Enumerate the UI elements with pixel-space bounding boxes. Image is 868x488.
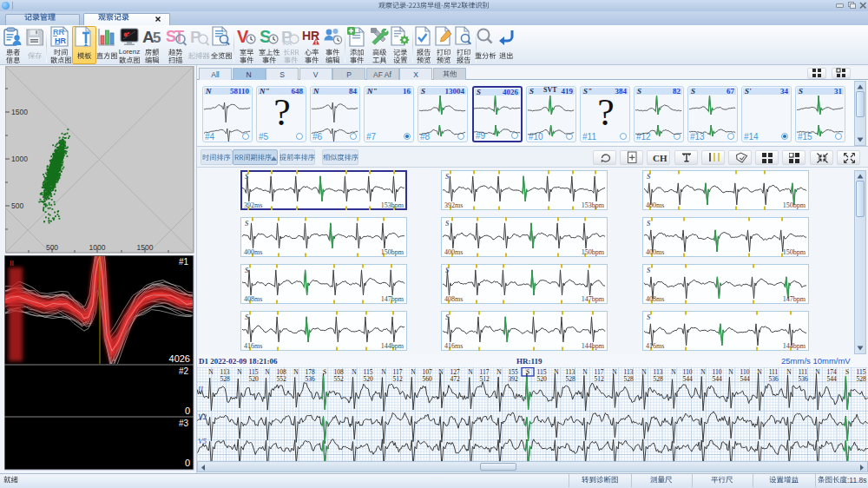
svg-text:N: N bbox=[786, 368, 792, 376]
svg-text:153bpm: 153bpm bbox=[381, 201, 404, 209]
svg-text:512: 512 bbox=[392, 375, 403, 383]
svg-text:N: N bbox=[438, 368, 444, 376]
svg-text:1000: 1000 bbox=[11, 155, 28, 163]
svg-text:147bpm: 147bpm bbox=[783, 295, 806, 303]
svg-text:S: S bbox=[845, 368, 849, 376]
svg-text:N: N bbox=[265, 368, 270, 376]
svg-text:408ms: 408ms bbox=[646, 295, 664, 303]
svg-text:416ms: 416ms bbox=[444, 342, 463, 350]
svg-text:392ms: 392ms bbox=[444, 201, 463, 209]
svg-text:150bpm: 150bpm bbox=[582, 248, 605, 256]
svg-text:144bpm: 144bpm bbox=[381, 342, 404, 350]
svg-text:536: 536 bbox=[798, 375, 808, 383]
svg-text:400ms: 400ms bbox=[646, 248, 664, 256]
svg-text:N: N bbox=[468, 368, 473, 376]
svg-text:N: N bbox=[641, 368, 647, 376]
svg-text:4026: 4026 bbox=[169, 353, 190, 364]
svg-text:N: N bbox=[381, 368, 386, 376]
svg-text:V2: V2 bbox=[198, 412, 207, 421]
svg-text:N: N bbox=[554, 368, 559, 376]
svg-text:400ms: 400ms bbox=[444, 248, 463, 256]
svg-text:1500: 1500 bbox=[11, 108, 28, 116]
svg-text:560: 560 bbox=[422, 375, 432, 383]
svg-text:S: S bbox=[445, 220, 450, 228]
svg-text:S: S bbox=[445, 313, 450, 321]
svg-text:144bpm: 144bpm bbox=[582, 342, 605, 350]
svg-text:V5: V5 bbox=[198, 437, 207, 445]
svg-text:544: 544 bbox=[826, 375, 837, 383]
svg-text:536: 536 bbox=[305, 375, 315, 383]
svg-text:S: S bbox=[323, 368, 326, 376]
svg-text:512: 512 bbox=[594, 375, 604, 383]
svg-text:N: N bbox=[728, 368, 733, 376]
svg-text:N: N bbox=[671, 368, 676, 376]
svg-text:0: 0 bbox=[185, 458, 190, 468]
svg-text:N: N bbox=[612, 368, 617, 376]
svg-text:528: 528 bbox=[623, 375, 634, 383]
svg-text:544: 544 bbox=[740, 375, 750, 383]
svg-text:RR: RR bbox=[53, 28, 64, 36]
svg-text:#2: #2 bbox=[179, 366, 189, 376]
svg-text:S: S bbox=[647, 313, 651, 321]
svg-text:400ms: 400ms bbox=[646, 201, 664, 209]
svg-text:N: N bbox=[700, 368, 706, 376]
svg-text:N: N bbox=[208, 368, 214, 376]
svg-text:500: 500 bbox=[11, 201, 23, 210]
svg-text:1000: 1000 bbox=[89, 243, 106, 252]
svg-text:S: S bbox=[245, 313, 249, 321]
svg-text:528: 528 bbox=[565, 375, 575, 383]
svg-text:150bpm: 150bpm bbox=[381, 248, 404, 256]
svg-text:153bpm: 153bpm bbox=[582, 201, 605, 209]
svg-text:N: N bbox=[815, 368, 820, 376]
svg-text:520: 520 bbox=[248, 375, 259, 383]
svg-text:512: 512 bbox=[479, 375, 490, 383]
svg-text:150bpm: 150bpm bbox=[783, 248, 806, 256]
svg-text:520: 520 bbox=[536, 375, 547, 383]
svg-text:II: II bbox=[197, 385, 204, 393]
svg-text:N: N bbox=[757, 368, 762, 376]
svg-text:472: 472 bbox=[450, 375, 460, 383]
svg-text:#1: #1 bbox=[179, 257, 189, 267]
svg-text:144bpm: 144bpm bbox=[783, 342, 806, 350]
svg-text:5: 5 bbox=[153, 30, 161, 46]
svg-text:552: 552 bbox=[333, 375, 344, 383]
svg-text:S: S bbox=[245, 267, 249, 274]
svg-text:#3: #3 bbox=[179, 419, 189, 428]
svg-text:544: 544 bbox=[682, 375, 693, 383]
svg-text:500: 500 bbox=[46, 243, 58, 252]
svg-text:RR: RR bbox=[283, 40, 292, 46]
svg-text:S: S bbox=[245, 220, 249, 228]
svg-text:408ms: 408ms bbox=[244, 295, 262, 303]
svg-text:408ms: 408ms bbox=[444, 295, 463, 303]
svg-text:528: 528 bbox=[220, 375, 230, 383]
svg-text:II: II bbox=[10, 259, 14, 267]
svg-text:N: N bbox=[496, 368, 502, 376]
svg-text:N: N bbox=[411, 368, 416, 376]
svg-text:400ms: 400ms bbox=[244, 248, 262, 256]
svg-text:544: 544 bbox=[712, 375, 722, 383]
svg-text:536: 536 bbox=[768, 375, 779, 383]
svg-text:S: S bbox=[647, 220, 651, 228]
svg-text:392: 392 bbox=[508, 375, 518, 383]
svg-text:S: S bbox=[526, 368, 529, 376]
svg-text:1500: 1500 bbox=[137, 243, 154, 252]
svg-text:528: 528 bbox=[653, 375, 663, 383]
svg-text:0: 0 bbox=[185, 406, 190, 416]
svg-text:S: S bbox=[445, 267, 450, 274]
svg-text:N: N bbox=[237, 368, 242, 376]
svg-text:520: 520 bbox=[363, 375, 373, 383]
svg-text:S: S bbox=[647, 267, 651, 274]
svg-text:147bpm: 147bpm bbox=[381, 295, 404, 303]
svg-text:552: 552 bbox=[276, 375, 286, 383]
svg-text:S: S bbox=[245, 173, 249, 181]
svg-text:S: S bbox=[445, 173, 450, 181]
svg-text:N: N bbox=[352, 368, 357, 376]
svg-text:147bpm: 147bpm bbox=[582, 295, 605, 303]
svg-text:416ms: 416ms bbox=[244, 342, 262, 350]
svg-text:S: S bbox=[647, 173, 651, 181]
svg-text:N: N bbox=[293, 368, 299, 376]
svg-text:392ms: 392ms bbox=[244, 201, 262, 209]
svg-text:528: 528 bbox=[856, 375, 866, 383]
svg-text:416ms: 416ms bbox=[646, 342, 664, 350]
svg-text:150bpm: 150bpm bbox=[783, 201, 806, 209]
